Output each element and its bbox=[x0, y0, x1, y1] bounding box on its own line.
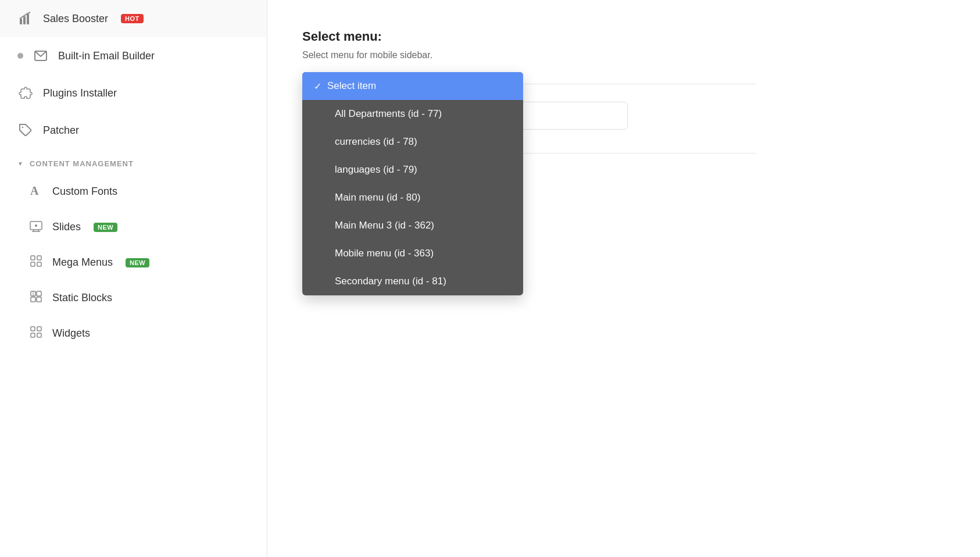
sidebar-item-mega-menus[interactable]: Mega Menus NEW bbox=[0, 245, 267, 280]
sidebar-item-label: Mega Menus bbox=[52, 256, 113, 269]
dropdown-option-all-departments[interactable]: All Departments (id - 77) bbox=[302, 100, 523, 128]
dropdown-option-label: All Departments (id - 77) bbox=[335, 108, 442, 120]
dropdown-option-main-menu-3[interactable]: Main Menu 3 (id - 362) bbox=[302, 212, 523, 240]
sidebar-item-label: Custom Fonts bbox=[52, 185, 117, 198]
dropdown-option-label: languages (id - 79) bbox=[335, 164, 417, 176]
sidebar-item-label: Plugins Installer bbox=[43, 87, 117, 99]
sidebar-item-custom-fonts[interactable]: A Custom Fonts bbox=[0, 174, 267, 209]
sidebar-item-label: Static Blocks bbox=[52, 292, 112, 304]
svg-rect-1 bbox=[23, 16, 26, 24]
dropdown-option-main-menu[interactable]: Main menu (id - 80) bbox=[302, 184, 523, 212]
slides-icon bbox=[29, 219, 43, 235]
svg-rect-0 bbox=[20, 19, 22, 24]
sidebar-item-plugins-installer[interactable]: Plugins Installer bbox=[0, 74, 267, 112]
svg-rect-14 bbox=[31, 297, 35, 302]
dropdown-option-label: Main menu (id - 80) bbox=[335, 192, 420, 203]
chart-icon bbox=[17, 10, 34, 27]
select-menu-label: Select menu: bbox=[302, 29, 756, 44]
sidebar-item-slides[interactable]: Slides NEW bbox=[0, 209, 267, 245]
svg-text:A: A bbox=[30, 184, 39, 197]
sidebar-item-static-blocks[interactable]: Static Blocks bbox=[0, 280, 267, 316]
svg-rect-15 bbox=[37, 297, 41, 302]
dropdown-option-select-item[interactable]: ✓ Select item bbox=[302, 72, 523, 100]
chevron-down-icon: ▼ bbox=[17, 160, 24, 167]
dropdown-option-currencies[interactable]: currencies (id - 78) bbox=[302, 128, 523, 156]
sidebar-item-label: Built-in Email Builder bbox=[58, 50, 155, 62]
hot-badge: HOT bbox=[121, 14, 144, 23]
dropdown-option-languages[interactable]: languages (id - 79) bbox=[302, 156, 523, 184]
dropdown-option-label: Main Menu 3 (id - 362) bbox=[335, 220, 434, 231]
new-badge: NEW bbox=[94, 223, 117, 232]
svg-rect-9 bbox=[37, 256, 41, 260]
svg-rect-20 bbox=[37, 333, 41, 337]
svg-rect-8 bbox=[31, 256, 35, 260]
sidebar-item-label: Widgets bbox=[52, 327, 90, 340]
dropdown-option-label: currencies (id - 78) bbox=[335, 136, 417, 148]
dropdown-option-label: Select item bbox=[327, 80, 376, 92]
dropdown-option-label: Mobile menu (id - 363) bbox=[335, 248, 434, 259]
select-dropdown[interactable]: ✓ Select item All Departments (id - 77) … bbox=[302, 72, 523, 295]
svg-rect-2 bbox=[27, 14, 29, 24]
sidebar-item-label: Patcher bbox=[43, 124, 79, 137]
svg-rect-18 bbox=[37, 327, 41, 331]
puzzle-icon bbox=[17, 85, 34, 101]
dropdown-option-label: Secondary menu (id - 81) bbox=[335, 276, 446, 287]
dot-indicator bbox=[17, 53, 23, 59]
section-header-content-management[interactable]: ▼ CONTENT MANAGEMENT bbox=[0, 149, 267, 174]
grid-icon bbox=[29, 254, 43, 271]
select-menu-desc: Select menu for mobile sidebar. bbox=[302, 50, 756, 60]
new-badge: NEW bbox=[126, 258, 149, 267]
sidebar-item-widgets[interactable]: Widgets bbox=[0, 316, 267, 351]
main-content: Select menu: Select menu for mobile side… bbox=[267, 0, 980, 557]
tag-icon bbox=[17, 122, 34, 138]
select-menu-section: Select menu: Select menu for mobile side… bbox=[302, 29, 756, 60]
sidebar-item-label: Sales Booster bbox=[43, 13, 108, 25]
widgets-icon bbox=[29, 325, 43, 342]
blocks-icon bbox=[29, 290, 43, 306]
sidebar-item-label: Slides bbox=[52, 221, 81, 233]
check-icon: ✓ bbox=[314, 81, 321, 92]
svg-point-7 bbox=[35, 224, 37, 227]
svg-rect-17 bbox=[31, 327, 35, 331]
svg-rect-11 bbox=[37, 262, 41, 266]
sidebar-item-email-builder[interactable]: Built-in Email Builder bbox=[0, 37, 267, 74]
dropdown-option-secondary-menu[interactable]: Secondary menu (id - 81) bbox=[302, 267, 523, 295]
sidebar-item-sales-booster[interactable]: Sales Booster HOT bbox=[0, 0, 267, 37]
font-icon: A bbox=[29, 183, 43, 200]
svg-rect-13 bbox=[37, 291, 41, 296]
section-header-label: CONTENT MANAGEMENT bbox=[30, 159, 134, 168]
dropdown-option-mobile-menu[interactable]: Mobile menu (id - 363) bbox=[302, 240, 523, 267]
sidebar: Sales Booster HOT Built-in Email Builder… bbox=[0, 0, 267, 557]
sidebar-item-patcher[interactable]: Patcher bbox=[0, 112, 267, 149]
email-icon bbox=[33, 48, 49, 64]
svg-rect-10 bbox=[31, 262, 35, 266]
svg-rect-19 bbox=[31, 333, 35, 337]
